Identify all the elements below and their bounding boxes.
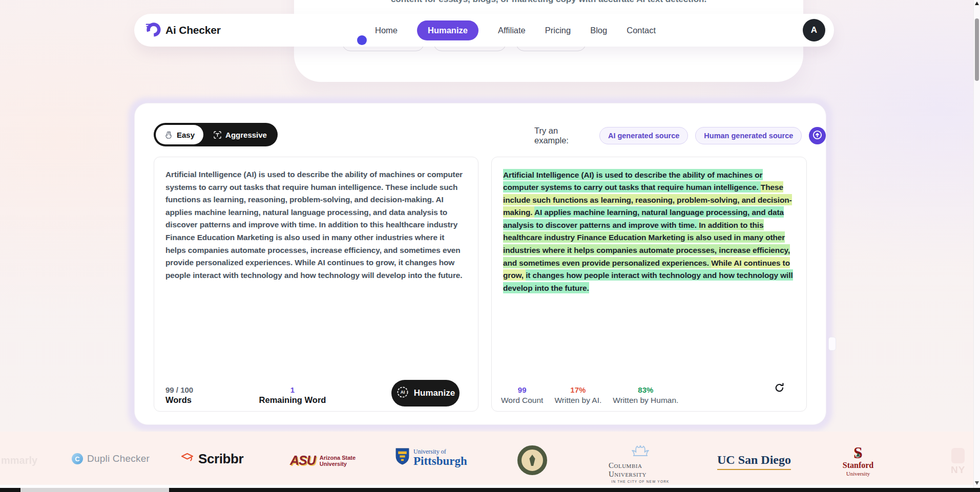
nav-link-blog[interactable]: Blog [590,26,607,35]
nav-link-pricing[interactable]: Pricing [545,26,571,35]
stanford-tree-icon: ▲ [854,447,862,462]
mode-aggressive-label: Aggressive [225,131,267,139]
ai-generated-source-button[interactable]: AI generated source [599,127,688,144]
svg-text:AI: AI [401,390,405,395]
mode-aggressive[interactable]: Aggressive [204,125,276,144]
nav-link-humanize[interactable]: Humanize [417,20,478,40]
partner-carnegie-mellon [517,445,547,475]
brand[interactable]: Ai Checker [145,22,221,39]
columbia-line1: Columbia University [609,461,672,479]
scribbr-cap-icon [180,452,194,466]
stanford-line2: University [846,470,870,477]
highlighted-sentence: Artificial Intelligence (AI) is used to … [503,169,763,193]
hero-subtitle-cut: content for essays, blogs, or marketing … [294,0,803,5]
example-label: Try an example: [534,126,592,145]
partner-grammarly-faded: mmarly [1,455,37,466]
humanize-button-label: Humanize [414,388,455,398]
nyu-label: NY [951,464,965,476]
partner-columbia: Columbia University IN THE CITY OF NEW Y… [609,445,672,483]
circle-up-arrow-icon [812,130,823,142]
partner-pittsburgh: University of Pittsburgh [395,448,467,467]
remaining-words-value: 1 [257,386,328,394]
partner-nyu-faded: NY [951,448,965,476]
remaining-words-label: Remaining Word [257,395,328,405]
columbia-crown-icon [630,445,651,460]
highlighted-sentence: it changes how people interact with tech… [503,269,793,293]
scribbr-label: Scribbr [198,451,243,467]
stat-written-by-human-value: 83% [613,386,678,394]
output-text: Artificial Intelligence (AI) is used to … [492,157,806,294]
asu-text: Arizona State University [320,455,356,467]
duplichecker-label: Dupli Checker [87,453,150,464]
word-counter: 99 / 100 Words [165,386,193,405]
hand-crossed-fingers-icon [164,131,173,139]
partners-strip: mmarly C Dupli Checker Scribbr ASU Arizo… [0,432,980,485]
nav-link-affiliate[interactable]: Affiliate [498,26,526,35]
stat-written-by-ai-label: Written by AI. [554,396,601,405]
example-row: Try an example: AI generated source Huma… [534,126,826,145]
stat-word-count-value: 99 [501,386,543,394]
scroll-up-arrow-icon[interactable] [975,2,979,5]
humanizer-card: Easy Aggressive Try an example: AI gener… [134,103,826,425]
stat-written-by-human: 83% Written by Human. [613,386,678,405]
partner-grammarly-label: mmarly [1,455,37,466]
stat-written-by-ai-value: 17% [554,386,601,394]
partner-asu: ASU Arizona State University [290,453,356,468]
hero-blue-dot [357,35,367,45]
duplichecker-icon: C [72,453,83,464]
text-scan-icon [213,131,222,139]
user-avatar[interactable]: A [803,19,825,41]
ai-brain-icon: AI [396,386,409,401]
word-counter-value: 99 / 100 [165,386,193,394]
scroll-down-arrow-icon[interactable] [975,481,979,485]
output-panel: Artificial Intelligence (AI) is used to … [491,157,807,412]
stat-word-count-label: Word Count [501,396,543,405]
pittsburgh-shield-icon [395,448,409,467]
stanford-s-logo: S ▲ [853,445,863,460]
partner-stanford: S ▲ Stanford University [841,445,875,477]
brand-logo-icon [145,22,161,39]
detection-stats: 99 Word Count 17% Written by AI. 83% Wri… [501,386,678,405]
side-widget-tab[interactable] [828,337,836,351]
stat-word-count: 99 Word Count [501,386,543,405]
ucsd-label: UC San Diego [717,453,791,470]
mode-easy[interactable]: Easy [156,125,203,144]
human-generated-source-button[interactable]: Human generated source [695,127,802,144]
partner-duplichecker: C Dupli Checker [72,453,150,464]
refresh-button[interactable] [774,382,785,395]
mode-toggle: Easy Aggressive [154,123,278,146]
partner-ucsd: UC San Diego [717,453,791,470]
input-panel[interactable]: Artificial Intelligence (AI) is used to … [154,157,478,412]
columbia-line2: IN THE CITY OF NEW YORK [611,480,669,483]
nav-links: Home Humanize Affiliate Pricing Blog Con… [375,20,656,40]
pittsburgh-text: University of Pittsburgh [413,448,467,467]
upload-sample-button[interactable] [809,127,826,144]
carnegie-mellon-seal-icon [517,445,547,475]
word-counter-label: Words [165,395,193,405]
brand-name: Ai Checker [165,24,221,36]
remaining-words: 1 Remaining Word [257,386,328,405]
humanize-button[interactable]: AI Humanize [391,380,460,407]
stat-written-by-ai: 17% Written by AI. [554,386,601,405]
nav-link-contact[interactable]: Contact [627,26,656,35]
stat-written-by-human-label: Written by Human. [613,396,678,405]
horizontal-scrollbar-thumb[interactable] [20,488,169,492]
refresh-icon [774,387,785,395]
asu-abbr: ASU [290,453,316,468]
vertical-scrollbar[interactable] [973,0,980,488]
vertical-scrollbar-thumb[interactable] [975,18,979,81]
horizontal-scrollbar[interactable] [0,488,980,492]
input-text[interactable]: Artificial Intelligence (AI) is used to … [154,157,478,282]
navbar: Ai Checker Home Humanize Affiliate Prici… [134,14,834,47]
mode-easy-label: Easy [177,131,195,139]
partner-scribbr: Scribbr [180,451,243,467]
nav-link-home[interactable]: Home [375,26,398,35]
nyu-torch-faded-icon [951,448,965,463]
